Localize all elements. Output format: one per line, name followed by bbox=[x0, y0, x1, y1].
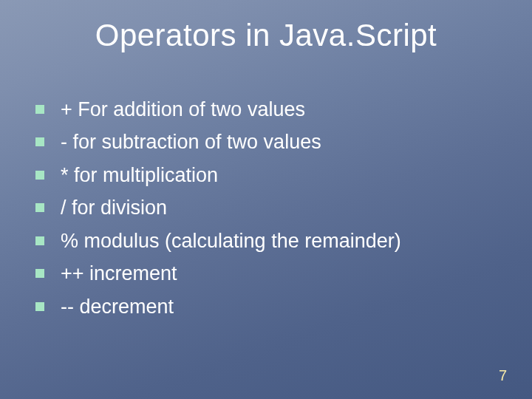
bullet-icon bbox=[35, 171, 44, 180]
list-item-text: -- decrement bbox=[61, 293, 174, 320]
bullet-icon bbox=[35, 302, 44, 311]
list-item-text: % modulus (calculating the remainder) bbox=[61, 228, 401, 254]
bullet-icon bbox=[35, 269, 44, 278]
bullet-icon bbox=[35, 203, 44, 212]
list-item: -- decrement bbox=[35, 293, 488, 320]
slide: Operators in Java.Script + For addition … bbox=[0, 0, 532, 399]
bullet-icon bbox=[35, 137, 44, 146]
list-item: ++ increment bbox=[35, 260, 488, 287]
list-item: / for division bbox=[35, 194, 488, 221]
list-item: + For addition of two values bbox=[35, 96, 488, 123]
list-item-text: / for division bbox=[61, 194, 167, 221]
slide-title: Operators in Java.Script bbox=[0, 18, 532, 53]
bullet-icon bbox=[35, 236, 44, 245]
list-item: - for subtraction of two values bbox=[35, 129, 488, 155]
bullet-icon bbox=[35, 105, 44, 114]
list-item-text: - for subtraction of two values bbox=[61, 129, 321, 155]
list-item-text: * for multiplication bbox=[61, 162, 218, 188]
list-item-text: ++ increment bbox=[61, 260, 177, 287]
list-item: * for multiplication bbox=[35, 162, 488, 188]
content-list: + For addition of two values - for subtr… bbox=[35, 96, 488, 326]
list-item: % modulus (calculating the remainder) bbox=[35, 228, 488, 254]
page-number: 7 bbox=[499, 367, 507, 384]
list-item-text: + For addition of two values bbox=[61, 96, 305, 123]
